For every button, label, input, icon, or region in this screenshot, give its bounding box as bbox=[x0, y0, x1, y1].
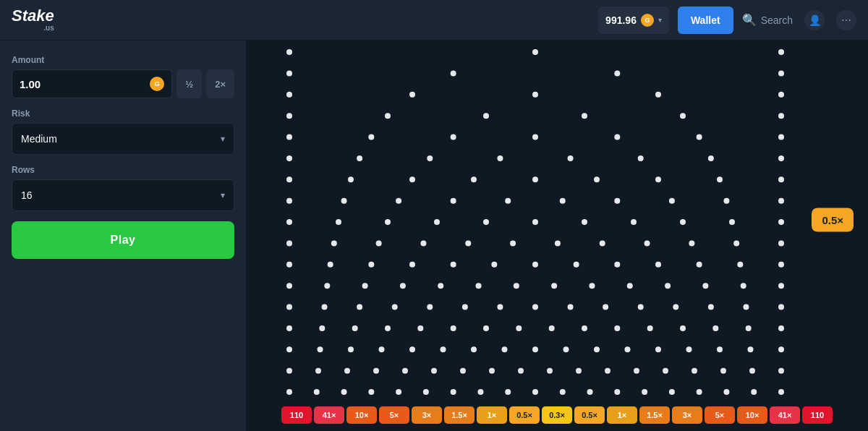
rows-select[interactable]: 16 ▾ bbox=[12, 179, 234, 211]
multiplier-badge: 3× bbox=[412, 406, 442, 424]
rows-value: 16 bbox=[21, 189, 221, 201]
risk-chevron-icon: ▾ bbox=[221, 134, 225, 144]
multiplier-badge: 1× bbox=[477, 406, 507, 424]
floating-badge: 0.5× bbox=[812, 208, 854, 232]
amount-section: Amount G ½ 2× bbox=[12, 55, 234, 98]
user-icon[interactable]: 👤 bbox=[804, 10, 825, 30]
multiplier-badge: 0.5× bbox=[574, 406, 605, 424]
multiplier-badge: 41× bbox=[770, 406, 800, 424]
sidebar: Amount G ½ 2× Risk Medium ▾ Rows 16 ▾ bbox=[0, 40, 246, 431]
multiplier-badge: 110 bbox=[281, 406, 312, 424]
amount-input-wrap: G bbox=[12, 69, 172, 98]
rows-label: Rows bbox=[12, 165, 234, 175]
rows-section: Rows 16 ▾ bbox=[12, 165, 234, 211]
multiplier-badge: 41× bbox=[314, 406, 344, 424]
search-area[interactable]: 🔍 Search bbox=[742, 13, 793, 27]
search-icon: 🔍 bbox=[742, 13, 757, 27]
balance-pill[interactable]: 991.96 G ▾ bbox=[598, 7, 669, 34]
logo: Stake .us bbox=[12, 8, 54, 32]
amount-row: G ½ 2× bbox=[12, 69, 234, 98]
multiplier-badge: 5× bbox=[379, 406, 409, 424]
amount-coin-icon: G bbox=[150, 77, 164, 91]
chevron-down-icon: ▾ bbox=[658, 16, 662, 24]
logo-suffix: .us bbox=[43, 24, 54, 32]
multiplier-badge: 3× bbox=[672, 406, 702, 424]
wallet-button[interactable]: Wallet bbox=[678, 7, 733, 34]
multiplier-badge: 110 bbox=[802, 406, 833, 424]
rows-chevron-icon: ▾ bbox=[221, 190, 225, 200]
multiplier-badge: 1.5× bbox=[444, 406, 475, 424]
search-label: Search bbox=[761, 14, 793, 26]
plinko-board: 0.5× bbox=[246, 40, 868, 402]
multipliers-row: 11041×10×5×3×1.5×1×0.5×0.3×0.5×1×1.5×3×5… bbox=[246, 402, 868, 431]
multiplier-badge: 10× bbox=[737, 406, 767, 424]
double-button[interactable]: 2× bbox=[206, 69, 234, 98]
amount-input[interactable] bbox=[20, 78, 150, 90]
multiplier-badge: 1× bbox=[607, 406, 637, 424]
header-right: 🔍 Search 👤 ⋯ bbox=[742, 10, 856, 30]
header: Stake .us 991.96 G ▾ Wallet 🔍 Search 👤 ⋯ bbox=[0, 0, 868, 40]
risk-value: Medium bbox=[21, 133, 221, 145]
risk-label: Risk bbox=[12, 108, 234, 119]
plinko-area: 0.5× 11041×10×5×3×1.5×1×0.5×0.3×0.5×1×1.… bbox=[246, 40, 868, 431]
multiplier-badge: 10× bbox=[346, 406, 377, 424]
menu-icon[interactable]: ⋯ bbox=[836, 10, 856, 30]
balance-amount: 991.96 bbox=[605, 14, 637, 26]
multiplier-badge: 1.5× bbox=[639, 406, 670, 424]
risk-section: Risk Medium ▾ bbox=[12, 108, 234, 155]
half-button[interactable]: ½ bbox=[176, 69, 202, 98]
play-button[interactable]: Play bbox=[12, 221, 234, 259]
logo-text: Stake bbox=[12, 8, 54, 24]
amount-label: Amount bbox=[12, 55, 234, 65]
coin-icon: G bbox=[641, 14, 654, 27]
multiplier-badge: 0.5× bbox=[509, 406, 540, 424]
risk-select[interactable]: Medium ▾ bbox=[12, 123, 234, 155]
multiplier-badge: 5× bbox=[705, 406, 735, 424]
multiplier-badge: 0.3× bbox=[542, 406, 572, 424]
plinko-canvas bbox=[246, 40, 868, 399]
main-layout: Amount G ½ 2× Risk Medium ▾ Rows 16 ▾ bbox=[0, 40, 868, 431]
